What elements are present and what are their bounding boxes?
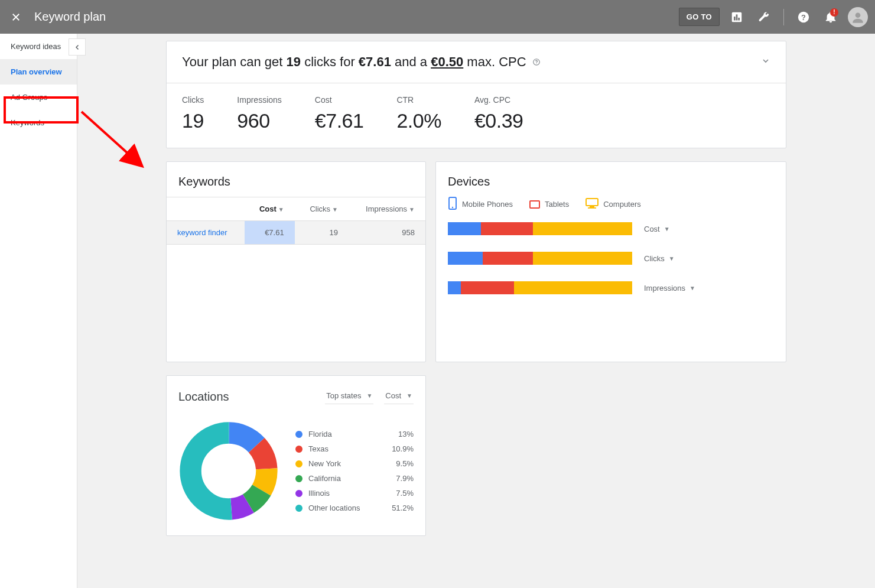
svg-text:?: ? [801,12,806,21]
legend-mobile: Mobile Phones [448,197,513,212]
close-button[interactable] [7,8,25,26]
legend-name: Florida [308,430,378,438]
summary-max-cpc[interactable]: €0.50 [431,54,463,69]
svg-rect-3 [738,17,740,20]
sidebar-collapse-button[interactable] [69,38,86,56]
svg-rect-13 [590,206,594,207]
metric-label: Cost [644,225,660,233]
sidebar-item-plan-overview[interactable]: Plan overview [0,59,77,85]
locations-title: Locations [178,390,314,404]
table-row[interactable]: keyword finder€7.6119958 [167,221,425,245]
metric-impressions: Impressions960 [237,95,281,132]
select-label: Top states [326,391,361,400]
summary-text: max. CPC [463,54,526,69]
mobile-icon [448,197,457,212]
svg-rect-14 [588,207,596,209]
keywords-card: Keywords Cost▼ Clicks▼ Impressions▼ keyw… [166,161,426,362]
locations-metric-select[interactable]: Cost ▼ [384,389,414,404]
tools-button[interactable] [754,7,774,27]
avatar [848,7,868,27]
metric-value: 2.0% [396,109,441,132]
metrics-row: Clicks19Impressions960Cost€7.61CTR2.0%Av… [167,83,786,148]
svg-rect-12 [586,199,598,206]
legend-color-dot [295,460,302,467]
legend-value: 7.5% [378,489,414,498]
metric-value: 960 [237,109,281,132]
donut-slice-other-locations [191,433,267,509]
legend-tablets: Tablets [529,200,569,209]
legend-label: Tablets [545,200,569,209]
sidebar-item-keywords[interactable]: Keywords [0,110,77,135]
summary-clicks: 19 [287,54,301,69]
col-cost[interactable]: Cost▼ [245,197,295,221]
bar-segment-computers [533,222,632,235]
bar-segment-tablets [481,222,532,235]
legend-row: California7.9% [295,471,414,486]
metric-ctr: CTR2.0% [396,95,441,132]
summary-text: and a [391,54,431,69]
svg-point-9 [536,63,536,64]
account-button[interactable] [848,7,868,27]
close-icon [11,12,21,22]
summary-text: Your plan can get [182,54,287,69]
goto-button[interactable]: GO TO [679,8,720,26]
sidebar-item-ad-groups[interactable]: Ad Groups [0,85,77,110]
bar-segment-mobile-phones [448,281,461,294]
caret-down-icon: ▼ [406,392,412,399]
notifications-button[interactable]: ! [821,7,841,27]
summary-cost: €7.61 [359,54,391,69]
summary-collapse-button[interactable] [761,56,770,68]
legend-color-dot [295,475,302,482]
locations-legend: Florida13%Texas10.9%New York9.5%Californ… [295,427,414,515]
metric-label: Clicks [182,95,204,105]
legend-name: New York [308,459,378,468]
device-metric-select[interactable]: Cost▼ [644,225,670,233]
cell-cost: €7.61 [245,221,295,245]
col-clicks[interactable]: Clicks▼ [295,197,349,221]
metric-value: €7.61 [315,109,364,132]
svg-rect-2 [736,14,738,20]
device-metric-select[interactable]: Impressions▼ [644,284,695,293]
cell-clicks: 19 [295,221,349,245]
legend-color-dot [295,446,302,453]
top-bar: Keyword plan GO TO ? ! [0,0,875,34]
bar-segment-mobile-phones [448,222,481,235]
caret-down-icon: ▼ [689,285,695,291]
legend-label: Mobile Phones [462,200,513,209]
bar-segment-tablets [461,281,514,294]
legend-label: Computers [603,200,641,209]
help-circle-icon [532,58,541,66]
stacked-bar [448,281,632,294]
help-button[interactable]: ? [793,7,814,27]
legend-value: 51.2% [378,503,414,512]
metric-clicks: Clicks19 [182,95,204,132]
device-metric-select[interactable]: Clicks▼ [644,254,675,263]
legend-row: New York9.5% [295,456,414,471]
metric-label: Impressions [644,284,685,293]
help-tooltip-icon[interactable] [532,59,541,68]
metric-label: Cost [315,95,364,105]
legend-value: 10.9% [378,444,414,453]
legend-name: Illinois [308,489,378,498]
locations-dimension-select[interactable]: Top states ▼ [325,389,373,404]
legend-color-dot [295,505,302,512]
separator [783,9,784,25]
summary-text: clicks for [301,54,359,69]
legend-row: Other locations51.2% [295,501,414,515]
page-title: Keyword plan [34,10,106,24]
svg-point-6 [856,12,861,18]
bar-segment-tablets [483,252,532,265]
legend-name: California [308,474,378,483]
metric-label: CTR [396,95,441,105]
plan-summary-sentence: Your plan can get 19 clicks for €7.61 an… [182,54,541,70]
caret-down-icon: ▼ [366,392,372,399]
reports-button[interactable] [727,7,747,27]
sidebar-item-keyword-ideas[interactable]: Keyword ideas [0,34,77,59]
keyword-name[interactable]: keyword finder [167,221,245,245]
col-impressions[interactable]: Impressions▼ [349,197,425,221]
metric-avg-cpc: Avg. CPC€0.39 [474,95,523,132]
legend-color-dot [295,490,302,497]
keywords-title: Keywords [167,162,425,197]
metric-label: Avg. CPC [474,95,523,105]
caret-down-icon: ▼ [669,255,675,262]
